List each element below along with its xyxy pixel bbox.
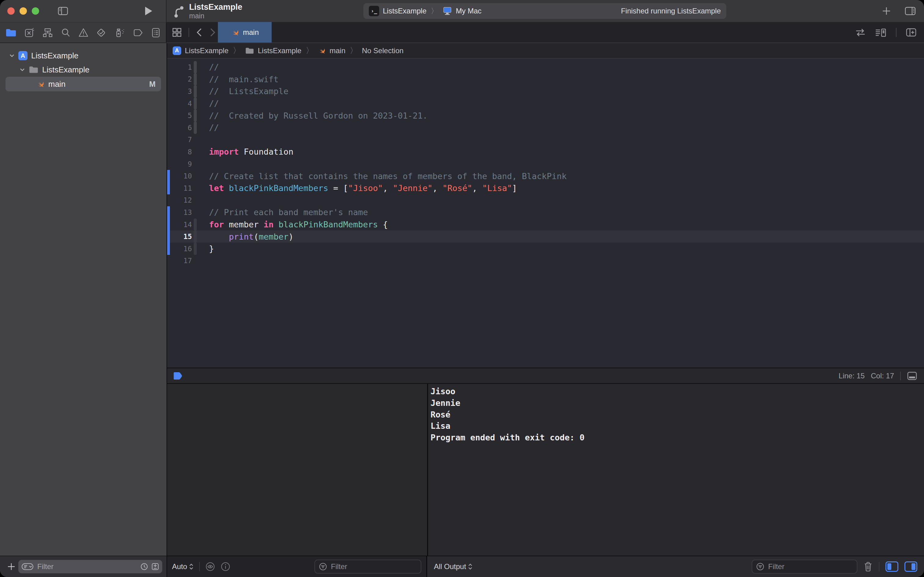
fold-ribbon[interactable]	[192, 194, 199, 206]
jump-bar-no-selection[interactable]: No Selection	[362, 47, 404, 55]
line-number[interactable]: 12	[170, 196, 192, 204]
debug-navigator-icon[interactable]	[114, 27, 125, 38]
fold-ribbon[interactable]	[192, 206, 199, 219]
tree-row-project[interactable]: A ListsExample	[0, 48, 167, 63]
run-destination-bar[interactable]: ›_ ListsExample 〉 My Mac Finished runnin…	[363, 3, 726, 19]
symbol-navigator-icon[interactable]	[42, 28, 53, 38]
fold-ribbon[interactable]	[192, 255, 199, 267]
line-number[interactable]: 13	[170, 208, 192, 216]
scheme-name[interactable]: ListsExample	[383, 7, 427, 15]
fold-ribbon[interactable]	[192, 182, 199, 194]
code-line[interactable]: 2// main.swift	[167, 73, 924, 85]
line-number[interactable]: 10	[170, 172, 192, 180]
fold-ribbon[interactable]	[192, 134, 199, 146]
disclosure-chevron-icon[interactable]	[8, 52, 15, 59]
code-line[interactable]: 6//	[167, 122, 924, 134]
line-number[interactable]: 17	[170, 257, 192, 265]
related-items-icon[interactable]	[172, 27, 182, 37]
code-line[interactable]: 8import Foundation	[167, 146, 924, 158]
tree-row-main-selected[interactable]: main M	[5, 77, 161, 91]
issue-navigator-icon[interactable]	[78, 28, 89, 38]
clear-console-trash-icon[interactable]	[863, 561, 872, 572]
code-line[interactable]: 4//	[167, 97, 924, 110]
line-number[interactable]: 16	[170, 245, 192, 253]
code-line[interactable]: 17	[167, 255, 924, 267]
line-number[interactable]: 11	[170, 184, 192, 192]
run-button[interactable]	[144, 6, 153, 16]
add-file-button[interactable]	[7, 562, 15, 571]
line-number[interactable]: 15	[170, 232, 192, 240]
filter-options-icon[interactable]	[21, 562, 34, 571]
code-line[interactable]: 1//	[167, 61, 924, 73]
test-navigator-icon[interactable]	[96, 27, 106, 38]
run-destination-name[interactable]: My Mac	[456, 7, 481, 15]
code-line[interactable]: 9	[167, 158, 924, 170]
zoom-button[interactable]	[32, 7, 39, 15]
fold-ribbon[interactable]	[192, 158, 199, 170]
report-navigator-icon[interactable]	[151, 27, 160, 38]
navigator-filter-input[interactable]	[37, 562, 137, 571]
code-line[interactable]: 12	[167, 194, 924, 206]
jump-bar-item[interactable]: main	[329, 47, 345, 55]
line-number[interactable]: 2	[170, 75, 192, 83]
fold-ribbon[interactable]	[192, 243, 199, 255]
console-scope-selector[interactable]: All Output	[434, 562, 473, 571]
quicklook-eye-icon[interactable]	[205, 562, 215, 572]
code-line[interactable]: 5// Created by Russell Gordon on 2023-01…	[167, 110, 924, 122]
jump-bar-item[interactable]: ListsExample	[258, 47, 302, 55]
console-filter-field[interactable]	[752, 559, 857, 574]
variables-view[interactable]	[167, 384, 428, 556]
toggle-variables-view-icon[interactable]	[885, 561, 898, 572]
line-number[interactable]: 9	[170, 160, 192, 168]
variables-filter-input[interactable]	[330, 562, 417, 571]
toggle-navigator-icon[interactable]	[58, 6, 68, 16]
source-control-status-icon[interactable]	[151, 562, 159, 571]
fold-ribbon[interactable]	[192, 110, 199, 122]
minimap-icon[interactable]	[875, 27, 887, 37]
line-number[interactable]: 1	[170, 63, 192, 71]
console-view[interactable]: JisooJennieRoséLisaProgram ended with ex…	[428, 384, 924, 556]
code-line[interactable]: 11let blackPinkBandMembers = ["Jisoo", "…	[167, 182, 924, 194]
find-navigator-icon[interactable]	[61, 28, 71, 38]
line-number[interactable]: 5	[170, 111, 192, 119]
code-line[interactable]: 16}	[167, 243, 924, 255]
breakpoints-toggle-icon[interactable]	[173, 371, 183, 381]
close-button[interactable]	[7, 7, 14, 15]
tree-row-group[interactable]: ListsExample	[0, 63, 167, 77]
breakpoint-navigator-icon[interactable]	[133, 28, 143, 37]
fold-ribbon[interactable]	[192, 170, 199, 182]
navigator-filter-field[interactable]	[18, 560, 162, 573]
toggle-console-view-icon[interactable]	[905, 561, 917, 572]
code-line[interactable]: 14for member in blackPinkBandMembers {	[167, 219, 924, 231]
minimize-button[interactable]	[19, 7, 27, 15]
line-number[interactable]: 4	[170, 100, 192, 108]
forward-icon[interactable]	[209, 27, 216, 37]
console-filter-input[interactable]	[768, 562, 853, 571]
fold-ribbon[interactable]	[192, 122, 199, 134]
add-button[interactable]	[882, 6, 891, 16]
fold-ribbon[interactable]	[192, 219, 199, 231]
fold-ribbon[interactable]	[192, 230, 199, 243]
hide-debug-area-icon[interactable]	[907, 371, 917, 380]
code-line[interactable]: 13// Print each band member's name	[167, 206, 924, 219]
add-editor-icon[interactable]	[906, 27, 917, 37]
tab-main[interactable]: main	[218, 22, 272, 42]
line-number[interactable]: 7	[170, 136, 192, 143]
source-control-navigator-icon[interactable]	[24, 27, 35, 38]
code-line[interactable]: 10// Create list that contains the names…	[167, 170, 924, 182]
line-number[interactable]: 8	[170, 148, 192, 156]
variables-scope-selector[interactable]: Auto	[172, 562, 194, 571]
fold-ribbon[interactable]	[192, 146, 199, 158]
fold-ribbon[interactable]	[192, 85, 199, 97]
code-line[interactable]: 3// ListsExample	[167, 85, 924, 97]
disclosure-chevron-icon[interactable]	[19, 66, 26, 73]
variables-filter-field[interactable]	[314, 559, 421, 574]
fold-ribbon[interactable]	[192, 97, 199, 110]
recent-files-clock-icon[interactable]	[140, 562, 148, 571]
back-icon[interactable]	[196, 27, 203, 37]
fold-ribbon[interactable]	[192, 73, 199, 85]
project-navigator-icon[interactable]	[5, 28, 16, 37]
jump-bar-item[interactable]: ListsExample	[185, 47, 229, 55]
line-number[interactable]: 3	[170, 87, 192, 95]
toggle-inspector-icon[interactable]	[905, 6, 916, 16]
